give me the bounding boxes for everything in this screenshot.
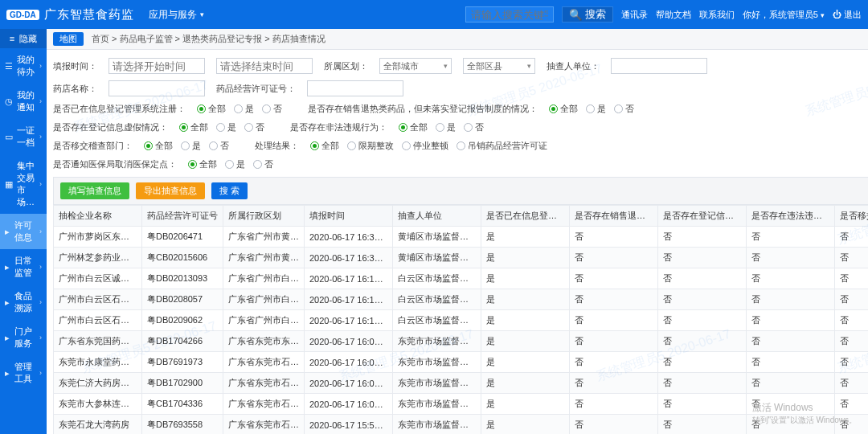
menu-icon: ▦: [5, 179, 13, 190]
radio-option[interactable]: 全部: [549, 103, 578, 115]
radio-group: 全部是否: [188, 158, 273, 170]
sidebar: ≡隐藏 ☰我的待办›◷我的通知›▭一证一档›▦集中交易市场…›▸许可信息›▸日常…: [0, 29, 47, 434]
col-header[interactable]: 是否移交稽查部门: [835, 206, 869, 227]
link-contactus[interactable]: 联系我们: [699, 9, 735, 21]
sidebar-item-2[interactable]: ▭一证一档›: [0, 119, 47, 154]
radio-option[interactable]: 是: [234, 103, 254, 115]
map-button[interactable]: 地图: [53, 32, 84, 46]
radio-option[interactable]: 全部: [310, 140, 339, 152]
radio-option[interactable]: 否: [614, 103, 634, 115]
radio-icon: [216, 123, 225, 132]
chevron-right-icon: ›: [39, 334, 42, 342]
radio-icon: [586, 104, 595, 113]
table-row[interactable]: 广州林芝参药业连锁…粤CB02015606广东省广州市黄…2020-06-17 …: [54, 248, 869, 268]
col-header[interactable]: 是否存在违法违规行为: [747, 206, 835, 227]
col-header[interactable]: 药品经营许可证号: [142, 206, 223, 227]
radio-option[interactable]: 是: [436, 121, 456, 133]
radio-icon: [188, 160, 197, 169]
license-input[interactable]: [307, 80, 403, 96]
radio-option[interactable]: 吊销药品经营许可证: [457, 140, 547, 152]
table-row[interactable]: 东莞市永康堂药店石…粤DB7691973广东省东莞市石…2020-06-17 1…: [54, 352, 869, 373]
chevron-right-icon: ›: [39, 369, 42, 377]
col-header[interactable]: 是否存在销售退热类药品，但未落实登记…: [570, 206, 658, 227]
export-button[interactable]: 导出抽查信息: [136, 182, 205, 199]
radio-option[interactable]: 否: [253, 158, 273, 170]
radio-icon: [253, 160, 262, 169]
chevron-down-icon: ▾: [821, 11, 825, 19]
sidebar-item-3[interactable]: ▦集中交易市场…›: [0, 154, 47, 214]
radio-icon: [197, 104, 206, 113]
sidebar-item-0[interactable]: ☰我的待办›: [0, 48, 47, 84]
table-row[interactable]: 东莞仁济大药房有…粤DB1702900广东省东莞市石…2020-06-17 16…: [54, 373, 869, 394]
chevron-right-icon: ›: [39, 227, 42, 235]
main: 地图 首页 > 药品电子监管 > 退热类药品登记专报 > 药店抽查情况 填报时间…: [47, 29, 868, 434]
radio-option[interactable]: 否: [262, 103, 282, 115]
filters: 填报时间： 所属区划： 全部城市 全部区县 抽查人单位： 药店名称： 药品经营许…: [53, 58, 868, 170]
time-to-input[interactable]: [216, 58, 313, 74]
sidebar-item-4[interactable]: ▸许可信息›: [0, 214, 47, 249]
radio-option[interactable]: 全部: [179, 121, 208, 133]
radio-icon: [464, 123, 473, 132]
app-title: 广东智慧食药监: [44, 7, 134, 23]
sidebar-item-5[interactable]: ▸日常监管›: [0, 249, 47, 285]
radio-option[interactable]: 是: [181, 140, 201, 152]
link-user[interactable]: 你好，系统管理员5 ▾: [743, 9, 825, 21]
col-header[interactable]: 是否存在登记信息虚假情况: [658, 206, 747, 227]
name-input[interactable]: [108, 80, 205, 96]
col-header[interactable]: 所属行政区划: [223, 206, 305, 227]
search-btn2[interactable]: 搜 索: [211, 182, 248, 199]
table-row[interactable]: 广州市白云区石井柏…粤DB0208057广东省广州市白…2020-06-17 1…: [54, 289, 869, 310]
radio-option[interactable]: 是: [216, 121, 236, 133]
radio-option[interactable]: 全部: [188, 158, 217, 170]
radio-icon: [225, 160, 234, 169]
toolbar: 填写抽查信息 导出抽查信息 搜 索 ⚙: [53, 177, 868, 205]
app-menu[interactable]: 应用与服务 ▾: [149, 8, 204, 22]
link-contacts[interactable]: 通讯录: [621, 9, 648, 21]
logout-button[interactable]: ⏻ 退出: [833, 9, 862, 21]
table-row[interactable]: 广东省东莞国药集团…粤DB1704266广东省东莞市东…2020-06-17 1…: [54, 331, 869, 352]
col-header[interactable]: 抽查人单位: [393, 206, 481, 227]
content: 填报时间： 所属区划： 全部城市 全部区县 抽查人单位： 药店名称： 药品经营许…: [47, 50, 868, 434]
city-select[interactable]: 全部城市: [379, 58, 452, 74]
table-row[interactable]: 广州市白云区石井柏…粤DB0209062广东省广州市白…2020-06-17 1…: [54, 310, 869, 331]
chevron-right-icon: ›: [39, 97, 42, 105]
link-help[interactable]: 帮助文档: [656, 9, 691, 21]
sidebar-item-6[interactable]: ▸食品溯源›: [0, 285, 47, 320]
radio-icon: [209, 141, 218, 150]
radio-option[interactable]: 全部: [399, 121, 428, 133]
sidebar-toggle[interactable]: ≡隐藏: [0, 29, 47, 48]
fill-button[interactable]: 填写抽查信息: [60, 182, 129, 199]
radio-option[interactable]: 否: [464, 121, 484, 133]
district-select[interactable]: 全部区县: [463, 58, 535, 74]
radio-option[interactable]: 是: [586, 103, 606, 115]
radio-option[interactable]: 全部: [197, 103, 226, 115]
chevron-right-icon: ›: [39, 133, 42, 141]
unit-input[interactable]: [611, 58, 707, 74]
sidebar-item-8[interactable]: ▸管理工具›: [0, 355, 47, 391]
table-row[interactable]: 广州市白云区诚济堂…粤DB02013093广东省广州市白…2020-06-17 …: [54, 268, 869, 289]
radio-option[interactable]: 限期整改: [347, 140, 394, 152]
col-header[interactable]: 填报时间: [305, 206, 393, 227]
radio-group: 全部是否: [197, 103, 282, 115]
search-input[interactable]: [465, 6, 554, 23]
col-header[interactable]: 抽检企业名称: [54, 206, 142, 227]
radio-group: 全部是否: [144, 140, 229, 152]
radio-icon: [181, 141, 190, 150]
table-row[interactable]: 东莞市大参林连锁药…粤CB1704336广东省东莞市石…2020-06-17 1…: [54, 394, 869, 415]
radio-option[interactable]: 是: [225, 158, 245, 170]
name-label: 药店名称：: [53, 83, 97, 95]
table-row[interactable]: 东莞石龙大湾药房粤DB7693558广东省东莞市石…2020-06-17 15:…: [54, 415, 869, 435]
sidebar-item-1[interactable]: ◷我的通知›: [0, 84, 47, 119]
sidebar-item-7[interactable]: ▸门户服务›: [0, 320, 47, 355]
search-button[interactable]: 🔍搜索: [562, 6, 613, 23]
time-from-input[interactable]: [108, 58, 205, 74]
radio-option[interactable]: 停业整顿: [402, 140, 448, 152]
breadcrumb-row: 地图 首页 > 药品电子监管 > 退热类药品登记专报 > 药店抽查情况: [47, 29, 868, 50]
chevron-right-icon: ›: [39, 180, 42, 188]
radio-option[interactable]: 全部: [144, 140, 173, 152]
table-row[interactable]: 广州市萝岗区东泰大…粤DB0206471广东省广州市黄…2020-06-17 1…: [54, 227, 869, 248]
search-icon: 🔍: [569, 9, 583, 21]
radio-option[interactable]: 否: [244, 121, 264, 133]
col-header[interactable]: 是否已在信息登记管理系统…: [481, 206, 570, 227]
radio-option[interactable]: 否: [209, 140, 229, 152]
